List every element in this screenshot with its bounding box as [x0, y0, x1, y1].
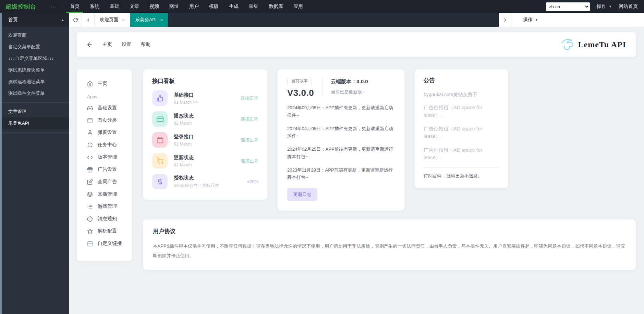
menu-item-message-notice[interactable]: 消息通知: [77, 213, 132, 225]
nav-action-dropdown[interactable]: 操作 ▼: [597, 3, 612, 10]
app-brand: 超级控制台: [0, 3, 51, 11]
caret-down-icon: ▼: [609, 5, 612, 8]
menu-item-home[interactable]: 主页: [77, 77, 132, 90]
menu-item-custom-link[interactable]: 自定义链接: [77, 237, 132, 250]
close-icon[interactable]: ×: [122, 17, 125, 23]
sidebar-item-custom-menu-config[interactable]: 自定义菜单配置: [0, 41, 69, 53]
menu-item-game-management[interactable]: 游戏管理: [77, 200, 132, 213]
status-badge: 连接正常: [241, 137, 258, 143]
sidebar-item-test-remote-address[interactable]: 测试远程地址菜单: [0, 76, 69, 88]
nav-item-collect[interactable]: 采集: [245, 0, 262, 13]
sidebar-item-custom-menu-zone[interactable]: ↓↓↓自定义菜单区域↓↓↓: [0, 53, 69, 64]
notice-footer: 订阅官网，源码更新不迷路。: [424, 173, 499, 179]
nav-action-label: 操作: [597, 3, 606, 10]
nav-item-article[interactable]: 文章: [126, 0, 143, 13]
menu-item-basic-settings[interactable]: 基础设置: [77, 102, 132, 114]
content-area: 主页 设置 帮助 LemeTu API 主页: [69, 27, 644, 314]
arrow-left-icon: [86, 41, 93, 48]
menu-item-label: 版本管理: [98, 154, 117, 160]
nav-item-database[interactable]: 数据库: [265, 0, 287, 13]
tab-actions-label: 操作: [523, 17, 533, 23]
tab-lemetu-api[interactable]: 乐美兔API ×: [130, 13, 168, 27]
current-version-number: V3.0.0: [287, 88, 314, 98]
menu-item-label: 广告设置: [98, 166, 117, 173]
home-icon: [87, 81, 93, 87]
latest-version-note: 当前已是最新版~: [331, 89, 368, 95]
calendar-icon: [87, 241, 93, 247]
nav-item-home[interactable]: 首页: [66, 0, 83, 13]
site-home-link[interactable]: 网站首页: [619, 3, 638, 10]
tab-welcome[interactable]: 欢迎页面 ×: [95, 13, 130, 27]
board-row-update-status[interactable]: 更新状态 02 March 连接正常: [152, 153, 258, 168]
menu-item-ad-settings[interactable]: 广告设置: [77, 163, 132, 176]
nav-more-icon[interactable]: ···: [51, 4, 57, 9]
update-log-entry: 2024年04月05日：APP插件有更新，更新请重新启动插件~: [287, 125, 395, 140]
header-link-home[interactable]: 主页: [102, 41, 112, 48]
menu-item-label: 解析配置: [98, 228, 117, 234]
credit-card-icon: [152, 111, 168, 127]
board-item-name: 授权状态: [174, 175, 219, 181]
sidebar-section-article[interactable]: 文章管理: [0, 106, 69, 117]
menu-item-version-management[interactable]: 版本管理: [77, 151, 132, 163]
board-item-sub: 02 March: [174, 121, 194, 126]
status-badge: 连接正常: [241, 116, 258, 122]
nav-item-template[interactable]: 模版: [205, 0, 222, 13]
close-icon[interactable]: ×: [160, 17, 163, 23]
dollar-icon: [152, 174, 168, 189]
language-select[interactable]: zh-cn: [546, 2, 590, 11]
sidebar-divider: [0, 132, 69, 133]
vertical-divider: [322, 77, 323, 98]
tab-label: 欢迎页面: [100, 17, 118, 23]
board-row-basic-api[interactable]: 基础接口 01 March >> 连接正常: [152, 90, 258, 106]
menu-item-label: 全局广告: [98, 179, 117, 185]
board-row-play-status[interactable]: 播放状态 02 March 连接正常: [152, 111, 258, 127]
board-row-license-status[interactable]: 授权状态 mkey.txt存在！授权正常 +20%: [152, 174, 258, 189]
cloud-version: 云端版本：3.0.0: [331, 77, 368, 85]
status-badge: 连接正常: [241, 158, 258, 164]
refresh-button[interactable]: [69, 13, 82, 27]
board-title: 接口看板: [152, 77, 258, 85]
menu-item-task-center[interactable]: 任务中心: [77, 139, 132, 151]
sidebar-section-home[interactable]: 首页 ▲: [0, 13, 69, 27]
back-button[interactable]: [86, 41, 93, 48]
board-item-name: 播放状态: [174, 113, 194, 119]
sidebar-item-lemetu-api[interactable]: 乐美兔API: [0, 117, 69, 129]
header-link-settings[interactable]: 设置: [122, 41, 131, 48]
board-row-login-api[interactable]: 登录接口 02 March 连接正常: [152, 132, 258, 148]
message-circle-icon: [87, 142, 93, 148]
menu-item-home-category[interactable]: 首页分类: [77, 114, 132, 126]
tabbar-filler: [168, 13, 499, 27]
sidebar-scrollbar[interactable]: [0, 13, 2, 314]
nav-item-user[interactable]: 用户: [185, 0, 203, 13]
menu-item-global-ads[interactable]: 全局广告: [77, 176, 132, 188]
shopping-cart-icon: [152, 153, 168, 168]
sidebar-item-test-plugin-file[interactable]: 测试插件文件菜单: [0, 88, 69, 99]
nav-item-system[interactable]: 系统: [86, 0, 103, 13]
menu-item-label: 直播管理: [98, 191, 117, 197]
sidebar-section-title: 首页: [8, 17, 18, 23]
menu-item-label: 消息通知: [98, 216, 117, 222]
menu-item-parse-config[interactable]: 解析配置: [77, 225, 132, 237]
nav-item-basic[interactable]: 基础: [106, 0, 123, 13]
menu-item-label: 弹窗设置: [98, 129, 117, 136]
sidebar-divider: [0, 102, 69, 103]
nav-item-url[interactable]: 网址: [166, 0, 183, 13]
board-item-sub: 01 March >>: [174, 100, 198, 105]
header-link-help[interactable]: 帮助: [141, 41, 150, 48]
menu-item-live-management[interactable]: 直播管理: [77, 188, 132, 200]
tabs-scroll-left-button[interactable]: [82, 13, 95, 27]
api-board-card: 接口看板 基础接口 01 March >> 连接正常: [143, 69, 267, 200]
sidebar-item-welcome[interactable]: 欢迎页面: [0, 29, 69, 41]
menu-item-popup-settings[interactable]: 弹窗设置: [77, 126, 132, 139]
layers-icon: [87, 191, 93, 197]
update-log-button[interactable]: 更新日志: [287, 188, 317, 201]
notice-divider: [424, 167, 499, 168]
status-badge: +20%: [247, 179, 258, 184]
nav-item-app[interactable]: 应用: [290, 0, 307, 13]
tab-actions-dropdown[interactable]: 操作 ▼: [511, 17, 538, 23]
sidebar-item-test-system-module[interactable]: 测试系统模块菜单: [0, 64, 69, 76]
tabs-scroll-right-button[interactable]: [499, 13, 511, 27]
nav-item-generate[interactable]: 生成: [225, 0, 242, 13]
nav-item-video[interactable]: 视频: [146, 0, 163, 13]
menu-item-label: 任务中心: [98, 142, 117, 148]
